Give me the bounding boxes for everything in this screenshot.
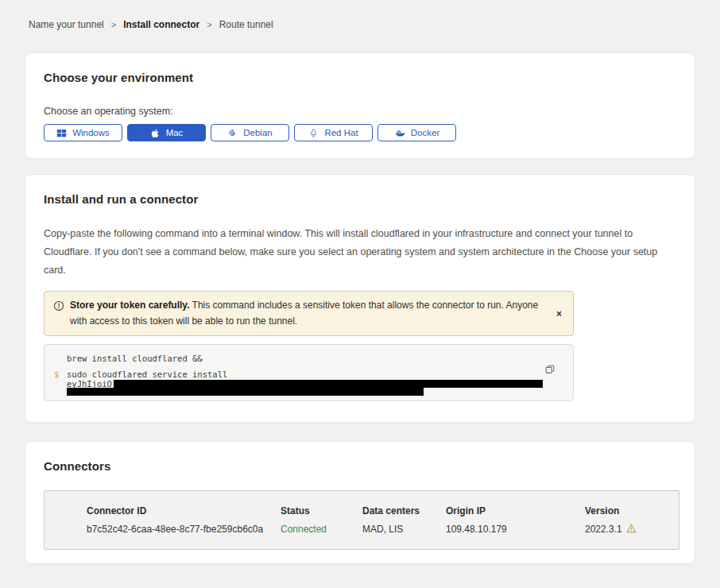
os-button-mac[interactable]: Mac [127, 124, 206, 141]
breadcrumb-route-tunnel[interactable]: Route tunnel [219, 19, 273, 30]
os-button-redhat[interactable]: Red Hat [294, 124, 373, 141]
os-button-debian[interactable]: Debian [211, 124, 289, 141]
warning-triangle-icon [626, 524, 637, 536]
os-select-label: Choose an operating system: [44, 106, 676, 117]
cell-origin-ip: 109.48.10.179 [446, 524, 585, 535]
tunnel-setup-page: Name your tunnel > Install connector > R… [0, 0, 720, 588]
os-button-group: Windows Mac Debian Red Hat [44, 124, 676, 141]
col-header-connector-id: Connector ID [87, 505, 281, 516]
install-command-codeblock[interactable]: brew install cloudflared && $sudo cloudf… [44, 344, 574, 401]
choose-environment-title: Choose your environment [44, 71, 676, 84]
docker-icon [394, 128, 405, 138]
os-button-label: Debian [243, 128, 272, 137]
cell-data-centers: MAD, LIS [362, 524, 446, 535]
breadcrumb-install-connector[interactable]: Install connector [123, 19, 199, 30]
col-header-status: Status [281, 505, 362, 516]
os-button-label: Mac [166, 128, 184, 137]
copy-icon[interactable] [544, 364, 555, 377]
code-line-sudo: $sudo cloudflared service install [67, 370, 573, 379]
breadcrumb-separator: > [111, 20, 116, 29]
connectors-table-header: Connector ID Status Data centers Origin … [87, 504, 679, 516]
token-warning-banner: Store your token carefully. This command… [44, 291, 574, 335]
install-description: Copy-paste the following command into a … [44, 225, 676, 280]
cell-version: 2022.3.1 [585, 524, 679, 536]
redaction-bar [67, 388, 424, 396]
os-button-docker[interactable]: Docker [377, 124, 456, 141]
connectors-title: Connectors [44, 459, 676, 473]
redaction-bar [114, 380, 543, 388]
connectors-card: Connectors Connector ID Status Data cent… [25, 441, 695, 564]
col-header-version: Version [585, 505, 679, 516]
status-badge: Connected [281, 524, 362, 535]
token-prefix: eyJhIjoiO [67, 380, 112, 389]
breadcrumb-name-your-tunnel[interactable]: Name your tunnel [29, 19, 104, 30]
col-header-data-centers: Data centers [362, 505, 446, 516]
shell-prompt: $ [54, 370, 59, 379]
os-button-label: Windows [72, 128, 110, 137]
col-header-origin-ip: Origin IP [446, 505, 585, 516]
debian-icon [227, 128, 238, 138]
breadcrumb-separator: > [207, 20, 211, 29]
install-connector-card: Install and run a connector Copy-paste t… [25, 174, 695, 423]
windows-icon [56, 128, 67, 138]
alert-circle-icon [53, 300, 64, 315]
close-icon[interactable]: × [556, 308, 562, 319]
code-line-token: eyJhIjoiO [67, 380, 573, 389]
apple-icon [150, 128, 161, 138]
os-button-label: Red Hat [324, 128, 358, 137]
os-button-label: Docker [411, 128, 439, 137]
code-line-brew: brew install cloudflared && [67, 354, 573, 363]
breadcrumb: Name your tunnel > Install connector > R… [25, 0, 695, 30]
os-button-windows[interactable]: Windows [44, 124, 122, 141]
table-row: b7c52c42-6caa-48ee-8c77-fbe259cb6c0a Con… [87, 524, 679, 536]
cell-connector-id: b7c52c42-6caa-48ee-8c77-fbe259cb6c0a [87, 524, 281, 535]
token-warning-bold: Store your token carefully. [70, 300, 190, 311]
choose-environment-card: Choose your environment Choose an operat… [25, 52, 695, 159]
token-warning-text: Store your token carefully. This command… [70, 298, 539, 328]
connectors-table: Connector ID Status Data centers Origin … [44, 490, 679, 550]
install-connector-title: Install and run a connector [44, 192, 676, 206]
redhat-icon [308, 128, 319, 138]
